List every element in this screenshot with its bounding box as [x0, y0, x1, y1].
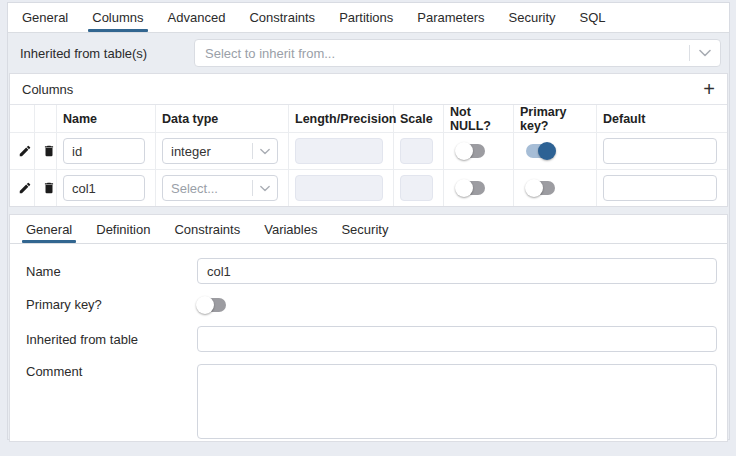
edit-row-button[interactable]: [16, 181, 34, 195]
inherit-select-right: [689, 40, 720, 66]
data-type-value: integer: [171, 144, 252, 159]
columns-grid-header: Name Data type Length/Precision Scale No…: [10, 105, 727, 132]
length-cell: [289, 133, 394, 169]
toggle-knob: [538, 142, 556, 160]
detail-form: Name Primary key? Inherited from table C…: [10, 244, 727, 439]
pencil-icon: [18, 144, 32, 158]
table-row: integer: [10, 132, 727, 169]
detail-tab-general[interactable]: General: [14, 215, 84, 243]
delete-row-button[interactable]: [41, 144, 56, 158]
edit-cell: [10, 170, 35, 206]
column-name-input[interactable]: [63, 138, 145, 164]
default-input[interactable]: [603, 138, 717, 164]
delete-cell: [35, 170, 57, 206]
primary-key-field-toggle[interactable]: [197, 298, 226, 312]
inherited-field-row: Inherited from table: [19, 326, 717, 352]
trash-icon: [42, 144, 56, 158]
header-length: Length/Precision: [289, 105, 394, 133]
length-input: [295, 175, 383, 201]
default-input[interactable]: [603, 175, 717, 201]
columns-panel-title: Columns: [22, 82, 73, 97]
tab-security[interactable]: Security: [497, 3, 568, 32]
delete-cell: [35, 133, 57, 169]
table-row: Select...: [10, 169, 727, 206]
header-data-type: Data type: [156, 105, 289, 133]
not-null-cell: [444, 133, 514, 169]
primary-key-toggle[interactable]: [526, 144, 555, 158]
header-scale: Scale: [394, 105, 444, 133]
default-cell: [597, 170, 727, 206]
edit-row-button[interactable]: [16, 144, 34, 158]
header-edit-col: [10, 105, 35, 133]
detail-tab-definition[interactable]: Definition: [84, 215, 162, 243]
data-type-cell: Select...: [156, 170, 289, 206]
detail-tab-security[interactable]: Security: [329, 215, 400, 243]
detail-tabbar: General Definition Constraints Variables…: [10, 215, 727, 244]
trash-icon: [42, 181, 56, 195]
scale-input: [400, 138, 433, 164]
data-type-value: Select...: [171, 181, 252, 196]
delete-row-button[interactable]: [41, 181, 56, 195]
pencil-icon: [18, 181, 32, 195]
chevron-down-icon[interactable]: [690, 49, 720, 57]
add-column-button[interactable]: +: [703, 79, 715, 99]
name-cell: [57, 170, 156, 206]
name-field-label: Name: [19, 264, 197, 279]
inherit-label: Inherited from table(s): [20, 46, 194, 61]
detail-tab-variables[interactable]: Variables: [252, 215, 329, 243]
name-field-row: Name: [19, 258, 717, 284]
chevron-down-icon[interactable]: [253, 148, 277, 155]
length-input: [295, 138, 383, 164]
primary-key-cell: [514, 170, 597, 206]
column-name-input[interactable]: [63, 175, 145, 201]
inherit-select-placeholder: Select to inherit from...: [205, 46, 689, 61]
toggle-knob: [455, 142, 473, 160]
primary-key-field-row: Primary key?: [19, 297, 717, 312]
header-default: Default: [597, 105, 727, 133]
tab-columns[interactable]: Columns: [80, 3, 155, 32]
table-properties-dialog: General Columns Advanced Constraints Par…: [7, 2, 730, 440]
header-not-null: Not NULL?: [444, 105, 514, 133]
column-detail-panel: General Definition Constraints Variables…: [9, 214, 728, 442]
chevron-down-icon[interactable]: [253, 185, 277, 192]
scale-input: [400, 175, 433, 201]
not-null-cell: [444, 170, 514, 206]
name-cell: [57, 133, 156, 169]
columns-panel-header: Columns +: [10, 74, 727, 105]
data-type-select[interactable]: Select...: [162, 175, 278, 201]
primary-key-cell: [514, 133, 597, 169]
toggle-knob: [455, 179, 473, 197]
name-field[interactable]: [197, 258, 717, 284]
detail-tab-constraints[interactable]: Constraints: [162, 215, 252, 243]
comment-field-row: Comment: [19, 364, 717, 439]
toggle-knob: [525, 179, 543, 197]
scale-cell: [394, 170, 444, 206]
header-name: Name: [57, 105, 156, 133]
not-null-toggle[interactable]: [456, 144, 485, 158]
header-delete-col: [35, 105, 57, 133]
not-null-toggle[interactable]: [456, 181, 485, 195]
scale-cell: [394, 133, 444, 169]
tab-parameters[interactable]: Parameters: [405, 3, 496, 32]
comment-field-label: Comment: [19, 364, 197, 379]
data-type-cell: integer: [156, 133, 289, 169]
tab-advanced[interactable]: Advanced: [156, 3, 238, 32]
tab-constraints[interactable]: Constraints: [237, 3, 327, 32]
primary-key-toggle[interactable]: [526, 181, 555, 195]
toggle-knob: [196, 296, 214, 314]
data-type-select[interactable]: integer: [162, 138, 278, 164]
columns-panel: Columns + Name Data type Length/Precisio…: [9, 73, 728, 207]
default-cell: [597, 133, 727, 169]
primary-key-field-label: Primary key?: [19, 297, 197, 312]
tab-partitions[interactable]: Partitions: [327, 3, 405, 32]
tab-sql[interactable]: SQL: [568, 3, 618, 32]
inherited-field-label: Inherited from table: [19, 332, 197, 347]
header-primary-key: Primary key?: [514, 105, 597, 133]
inherit-select[interactable]: Select to inherit from...: [194, 39, 721, 67]
comment-field[interactable]: [197, 364, 717, 439]
tab-general[interactable]: General: [10, 3, 80, 32]
inherited-from-table-field: [197, 326, 717, 352]
main-tabbar: General Columns Advanced Constraints Par…: [8, 3, 729, 33]
columns-grid: Name Data type Length/Precision Scale No…: [10, 105, 727, 206]
inherit-row: Inherited from table(s) Select to inheri…: [8, 33, 729, 73]
